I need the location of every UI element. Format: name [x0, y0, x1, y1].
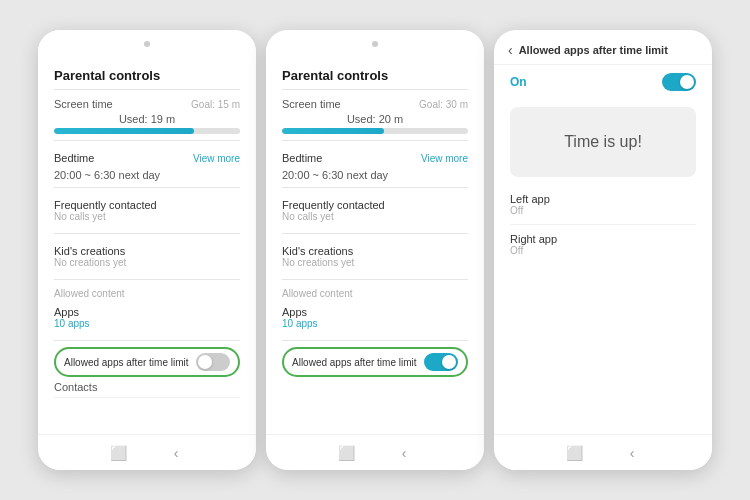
screen3-header: ‹ Allowed apps after time limit: [494, 30, 712, 65]
screen1-freq-sub: No calls yet: [54, 211, 157, 222]
screen1-freq-row: Frequently contacted No calls yet: [54, 194, 240, 227]
screen2-kids-row: Kid's creations No creations yet: [282, 240, 468, 273]
screen1-apps-sub: 10 apps: [54, 318, 90, 329]
screen3-title: Allowed apps after time limit: [519, 44, 668, 56]
screen1-kids-label: Kid's creations: [54, 245, 126, 257]
screen2-apps-label: Apps: [282, 306, 318, 318]
screen2-kids-sub: No creations yet: [282, 257, 354, 268]
top-bar-dot-2: [372, 41, 378, 47]
screen1-bottom-nav: ⬜ ‹: [38, 434, 256, 470]
screen3-time-is-up-box: Time is up!: [510, 107, 696, 177]
screen1-apps-row: Apps 10 apps: [54, 301, 240, 334]
screen1-screen-time-label: Screen time: [54, 98, 113, 110]
screen3-on-label: On: [510, 75, 527, 89]
screen1-progress-fill: [54, 128, 194, 134]
screen3-main-toggle[interactable]: [662, 73, 696, 91]
screen2-title: Parental controls: [282, 68, 468, 83]
screen2-allowed-apps-label: Allowed apps after time limit: [292, 357, 417, 368]
screen1-bedtime-row: Bedtime View more: [54, 147, 240, 169]
screen2-freq-label: Frequently contacted: [282, 199, 385, 211]
screen1-apps-label: Apps: [54, 306, 90, 318]
screen1-allowed-apps-row[interactable]: Allowed apps after time limit: [54, 347, 240, 377]
screen1-goal: Goal: 15 m: [191, 99, 240, 110]
screen2-back-icon[interactable]: ‹: [395, 444, 413, 462]
screen3-time-is-up-text: Time is up!: [564, 133, 642, 151]
screen3-back-nav-icon[interactable]: ‹: [623, 444, 641, 462]
screen3-right-app-item[interactable]: Right app Off: [510, 225, 696, 264]
screen1-kids-sub: No creations yet: [54, 257, 126, 268]
screen2-apps-sub: 10 apps: [282, 318, 318, 329]
screen1-home-icon[interactable]: ⬜: [109, 444, 127, 462]
screen3-right-app-value: Off: [510, 245, 696, 256]
screen1-title: Parental controls: [54, 68, 240, 83]
screen2-used: Used: 20 m: [282, 113, 468, 125]
screen1-allowed-apps-label: Allowed apps after time limit: [64, 357, 189, 368]
screen1-allowed-content-label: Allowed content: [54, 288, 240, 299]
screen2-home-icon[interactable]: ⬜: [337, 444, 355, 462]
screen2-goal: Goal: 30 m: [419, 99, 468, 110]
phone-screen-2: Parental controls Screen time Goal: 30 m…: [266, 30, 484, 470]
phone-screen-3: ‹ Allowed apps after time limit On Time …: [494, 30, 712, 470]
screen2-freq-sub: No calls yet: [282, 211, 385, 222]
screen2-freq-row: Frequently contacted No calls yet: [282, 194, 468, 227]
screen1-back-icon[interactable]: ‹: [167, 444, 185, 462]
screen2-allowed-apps-row[interactable]: Allowed apps after time limit: [282, 347, 468, 377]
screen1-contacts: Contacts: [54, 377, 240, 398]
screen2-bedtime-row: Bedtime View more: [282, 147, 468, 169]
screen1-screen-time: Screen time Goal: 15 m Used: 19 m: [54, 98, 240, 134]
screen2-view-more[interactable]: View more: [421, 153, 468, 164]
screen2-progress-fill: [282, 128, 384, 134]
screen3-bottom-nav: ⬜ ‹: [494, 434, 712, 470]
screen3-back-icon[interactable]: ‹: [508, 42, 513, 58]
screen2-screen-time: Screen time Goal: 30 m Used: 20 m: [282, 98, 468, 134]
screen3-left-app-item[interactable]: Left app Off: [510, 185, 696, 225]
screen3-left-app-label: Left app: [510, 193, 696, 205]
screen1-bedtime-value: 20:00 ~ 6:30 next day: [54, 169, 240, 181]
screen3-on-toggle-row: On: [494, 65, 712, 99]
screen2-kids-label: Kid's creations: [282, 245, 354, 257]
screen2-bedtime-label: Bedtime: [282, 152, 322, 164]
screen1-allowed-apps-toggle[interactable]: [196, 353, 230, 371]
screen1-view-more[interactable]: View more: [193, 153, 240, 164]
screen2-screen-time-label: Screen time: [282, 98, 341, 110]
screen2-allowed-content-label: Allowed content: [282, 288, 468, 299]
screen3-home-icon[interactable]: ⬜: [565, 444, 583, 462]
screen2-bottom-nav: ⬜ ‹: [266, 434, 484, 470]
screen2-apps-row: Apps 10 apps: [282, 301, 468, 334]
screen2-progress-bg: [282, 128, 468, 134]
top-bar-1: [38, 30, 256, 58]
screen3-left-app-value: Off: [510, 205, 696, 216]
screen2-allowed-apps-toggle[interactable]: [424, 353, 458, 371]
screen2-bedtime-value: 20:00 ~ 6:30 next day: [282, 169, 468, 181]
screen3-right-app-label: Right app: [510, 233, 696, 245]
top-bar-dot-1: [144, 41, 150, 47]
screen1-kids-row: Kid's creations No creations yet: [54, 240, 240, 273]
screen1-progress-bg: [54, 128, 240, 134]
screen1-freq-label: Frequently contacted: [54, 199, 157, 211]
top-bar-2: [266, 30, 484, 58]
phone-screen-1: Parental controls Screen time Goal: 15 m…: [38, 30, 256, 470]
screen3-left-right: Left app Off Right app Off: [494, 185, 712, 264]
screen1-bedtime-label: Bedtime: [54, 152, 94, 164]
screen1-used: Used: 19 m: [54, 113, 240, 125]
